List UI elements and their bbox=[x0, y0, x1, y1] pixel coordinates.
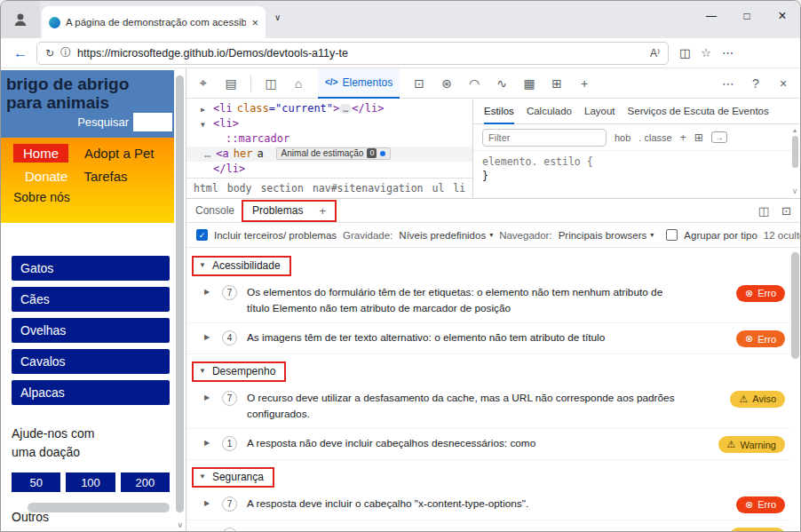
tab-elements[interactable]: </> Elementos bbox=[318, 68, 400, 99]
devtools-more-icon[interactable]: ⋯ bbox=[720, 76, 736, 91]
section-expander-icon[interactable]: ▼ bbox=[199, 367, 206, 375]
browser-caret-icon[interactable]: ▾ bbox=[650, 231, 654, 239]
section-expander-icon[interactable]: ▼ bbox=[199, 261, 206, 269]
scrollbar-thumb[interactable] bbox=[792, 136, 798, 168]
sidebar-item-caes[interactable]: Cães bbox=[12, 287, 170, 312]
performance-icon[interactable]: ∿ bbox=[494, 76, 510, 91]
section-security[interactable]: ▼ Segurança bbox=[186, 460, 790, 489]
scroll-down-icon[interactable]: ∨ bbox=[792, 187, 798, 195]
section-accessibility[interactable]: ▼ Acessibilidade bbox=[186, 249, 790, 278]
devtools-help-icon[interactable]: ? bbox=[748, 76, 764, 91]
inspect-element-icon[interactable]: ⌖ bbox=[195, 75, 211, 91]
issue-row[interactable]: ▶ 7 O recurso deve utilizar a desfasamen… bbox=[186, 384, 790, 430]
network-conditions-icon[interactable]: ◠ bbox=[466, 76, 482, 91]
tab-list-chevron-icon[interactable]: ∨ bbox=[274, 12, 281, 22]
breadcrumb-ul[interactable]: ul bbox=[432, 182, 445, 195]
memory-icon[interactable]: ▦ bbox=[521, 76, 537, 91]
nav-tasks-link[interactable]: Tarefas bbox=[83, 169, 127, 184]
window-close-button[interactable]: × bbox=[765, 1, 800, 31]
read-aloud-icon[interactable]: A⁾ bbox=[650, 47, 660, 60]
group-by-kind-checkbox[interactable] bbox=[666, 229, 678, 241]
dom-node-li[interactable]: ▼<li> bbox=[186, 116, 472, 131]
grid-editor-icon[interactable]: ⊞ bbox=[694, 131, 703, 144]
tab-layout[interactable]: Layout bbox=[584, 99, 615, 124]
add-tab-icon[interactable]: + bbox=[319, 204, 326, 218]
console-drawer-icon[interactable]: ⊡ bbox=[411, 76, 427, 91]
breadcrumb-li[interactable]: li bbox=[453, 182, 465, 195]
issue-expander-icon[interactable]: ▶ bbox=[195, 393, 218, 401]
url-text[interactable]: https://microsoftedge.github.io/Demos/de… bbox=[77, 47, 644, 60]
devtools-close-icon[interactable]: × bbox=[775, 76, 791, 91]
issue-row[interactable]: ▶ 7 A resposta deve incluir o cabeçalho … bbox=[186, 489, 790, 520]
severity-dropdown[interactable]: Níveis predefinidos bbox=[399, 230, 486, 241]
tab-calculado[interactable]: Calculado bbox=[527, 99, 572, 124]
profile-button[interactable] bbox=[1, 1, 40, 38]
application-icon[interactable]: ⊞ bbox=[549, 76, 565, 91]
issue-row[interactable]: ▶ 1 A resposta não deve incluir cabeçalh… bbox=[186, 429, 790, 460]
reader-icon[interactable]: ◫ bbox=[679, 46, 690, 60]
issue-row[interactable]: ▶ 7 Os elementos do formulário têm de te… bbox=[186, 278, 790, 324]
back-icon[interactable]: ← bbox=[13, 45, 28, 61]
breadcrumb-nav[interactable]: nav#sitenavigation bbox=[313, 182, 424, 195]
dom-node-anchor[interactable]: …<aheraAnimal de estimação0 bbox=[186, 147, 472, 162]
nav-donate-link[interactable]: Donate bbox=[25, 169, 67, 184]
donate-50-button[interactable]: 50 bbox=[12, 472, 60, 492]
maximize-button[interactable]: □ bbox=[729, 1, 765, 31]
element-style-rule[interactable]: elemento. estilo { bbox=[473, 151, 800, 168]
include-third-party-checkbox[interactable]: ✓ bbox=[196, 229, 208, 241]
browser-tab[interactable]: A página de demonstração com acessibilid… bbox=[42, 6, 266, 38]
favorite-star-icon[interactable]: ☆ bbox=[701, 46, 711, 60]
home-icon[interactable]: ⌂ bbox=[290, 76, 306, 91]
add-panel-icon[interactable]: + bbox=[576, 76, 592, 91]
nav-adopt-link[interactable]: Adopt a Pet bbox=[84, 146, 154, 161]
address-bar[interactable]: ↻ ⓘ https://microsoftedge.github.io/Demo… bbox=[36, 42, 669, 65]
issue-expander-icon[interactable]: ▶ bbox=[195, 530, 218, 531]
site-info-icon[interactable]: ⓘ bbox=[60, 45, 71, 60]
sidebar-item-ovelhas[interactable]: Ovelhas bbox=[12, 318, 170, 343]
collapsed-content-button[interactable]: … bbox=[339, 104, 352, 114]
issue-expander-icon[interactable]: ▶ bbox=[195, 499, 218, 507]
dom-node-li-close[interactable]: </li> bbox=[186, 162, 472, 177]
donate-100-button[interactable]: 100 bbox=[66, 472, 115, 492]
browser-dropdown[interactable]: Principais browsers bbox=[559, 230, 647, 241]
sidebar-item-alpacas[interactable]: Alpacas bbox=[12, 380, 170, 405]
dock-panel-icon[interactable]: ◫ bbox=[758, 204, 769, 218]
issue-row[interactable]: ▶ 7 O cabeçalho "Expira" não deve ser ut… bbox=[186, 520, 790, 531]
tab-close-icon[interactable]: × bbox=[251, 16, 258, 29]
page-vertical-scrollbar[interactable] bbox=[176, 75, 184, 512]
breadcrumb-body[interactable]: body bbox=[227, 182, 252, 195]
expander-icon[interactable]: ▶ bbox=[201, 102, 213, 117]
hidden-count-label[interactable]: 12 oculto bbox=[764, 230, 801, 241]
styles-scrollbar[interactable]: ▴ ∨ bbox=[790, 126, 799, 195]
issues-scrollbar[interactable] bbox=[791, 252, 799, 359]
section-expander-icon[interactable]: ▼ bbox=[199, 472, 206, 480]
popout-icon[interactable]: → bbox=[711, 131, 727, 143]
minimize-button[interactable]: — bbox=[694, 1, 729, 31]
issue-expander-icon[interactable]: ▶ bbox=[195, 288, 218, 296]
sidebar-item-cavalos[interactable]: Cavalos bbox=[12, 349, 170, 374]
expander-open-icon[interactable]: ▼ bbox=[201, 117, 213, 132]
donation-other-label[interactable]: Outros bbox=[12, 510, 49, 524]
refresh-icon[interactable]: ↻ bbox=[45, 47, 54, 60]
expand-panel-icon[interactable]: ⊡ bbox=[781, 204, 791, 218]
node-more-icon[interactable]: … bbox=[204, 147, 210, 160]
tab-event-listeners[interactable]: Serviços de Escuta de Eventos bbox=[628, 99, 769, 124]
nav-home-link[interactable]: Home bbox=[13, 144, 68, 163]
panels-icon[interactable]: ◫ bbox=[263, 76, 279, 91]
debug-icon[interactable]: ⊛ bbox=[439, 76, 455, 91]
nav-about-link[interactable]: Sobre nós bbox=[13, 190, 70, 204]
issue-expander-icon[interactable]: ▶ bbox=[195, 439, 218, 447]
class-toggle-button[interactable]: . classe bbox=[638, 132, 671, 143]
donate-200-button[interactable]: 200 bbox=[121, 472, 170, 492]
breadcrumb-section[interactable]: section bbox=[260, 182, 303, 195]
issue-expander-icon[interactable]: ▶ bbox=[195, 333, 218, 341]
device-emulation-icon[interactable]: ▤ bbox=[223, 76, 239, 91]
search-input[interactable] bbox=[133, 113, 172, 131]
breadcrumb-html[interactable]: html bbox=[194, 182, 218, 195]
sidebar-item-gatos[interactable]: Gatos bbox=[12, 256, 170, 281]
tab-estilos[interactable]: Estilos bbox=[484, 99, 514, 124]
tab-problems[interactable]: Problemas bbox=[252, 204, 303, 217]
tab-console[interactable]: Console bbox=[195, 204, 234, 217]
dom-node-li-current[interactable]: ▶<liclass="current">…</li> bbox=[186, 101, 472, 116]
dom-node-marker[interactable]: ::marcador bbox=[186, 131, 472, 147]
